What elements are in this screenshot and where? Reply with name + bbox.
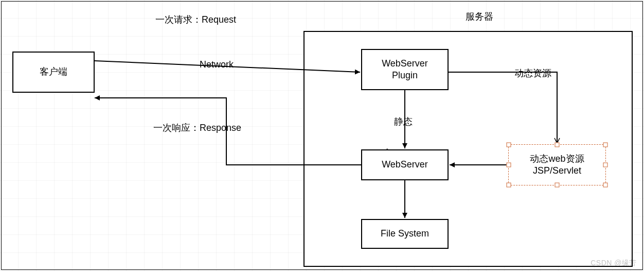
watermark: CSDN @缘苦 [591,259,637,268]
node-webserver-plugin: WebServer Plugin [361,49,449,90]
node-client-label: 客户端 [40,66,67,78]
node-dynamic-resource[interactable]: 动态web资源 JSP/Servlet [508,144,606,185]
selection-handle-ne[interactable] [603,143,608,147]
selection-handle-nw[interactable] [507,143,511,147]
selection-handle-w[interactable] [507,163,511,167]
label-network: Network [200,59,234,70]
node-dynamic-line2: JSP/Servlet [530,165,584,177]
label-static: 静态 [394,115,413,128]
label-server: 服务器 [466,10,493,23]
node-webserver: WebServer [361,149,449,180]
selection-handle-n[interactable] [555,143,560,147]
selection-handle-se[interactable] [603,183,608,188]
label-dynamic-resource: 动态资源 [514,67,551,79]
selection-handle-s[interactable] [555,183,560,188]
node-client: 客户端 [12,52,95,93]
node-file-system: File System [361,219,449,249]
selection-handle-sw[interactable] [507,183,511,188]
node-webserver-label: WebServer [382,159,428,171]
label-request: 一次请求：Request [155,13,236,26]
node-webserver-plugin-line1: WebServer [382,58,428,70]
selection-handle-e[interactable] [603,163,608,167]
node-dynamic-line1: 动态web资源 [530,153,584,165]
node-webserver-plugin-line2: Plugin [382,70,428,81]
label-response: 一次响应：Response [153,122,241,134]
node-file-system-label: File System [381,228,429,240]
